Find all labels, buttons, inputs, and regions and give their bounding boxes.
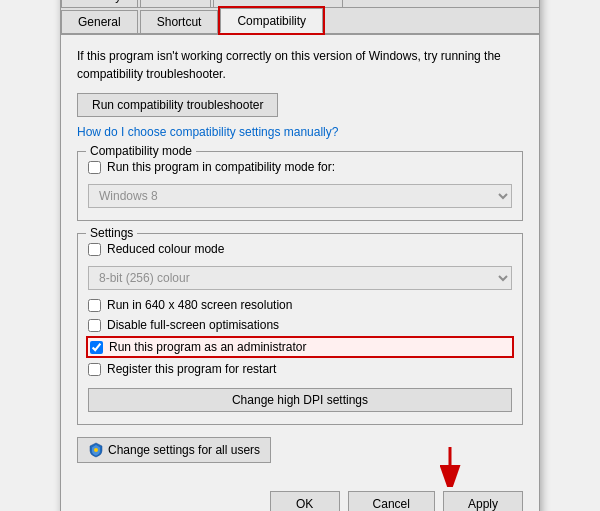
tab-content: If this program isn't working correctly … <box>61 35 539 483</box>
settings-section: Settings Reduced colour mode 8-bit (256)… <box>77 233 523 425</box>
settings-label: Settings <box>86 226 137 240</box>
compatibility-mode-section: Compatibility mode Run this program in c… <box>77 151 523 221</box>
apply-button[interactable]: Apply <box>443 491 523 511</box>
tab-previous-versions[interactable]: Previous Versions <box>213 0 343 7</box>
tab-details[interactable]: Details <box>140 0 211 7</box>
tab-general[interactable]: General <box>61 10 138 33</box>
reduced-colour-checkbox[interactable] <box>88 243 101 256</box>
run-as-admin-checkbox[interactable] <box>90 341 103 354</box>
dialog-window: Security Details Previous Versions Gener… <box>60 0 540 511</box>
register-restart-checkbox[interactable] <box>88 363 101 376</box>
tab-security[interactable]: Security <box>61 0 138 7</box>
svg-point-0 <box>94 448 98 452</box>
640x480-label: Run in 640 x 480 screen resolution <box>107 298 292 312</box>
colour-dropdown[interactable]: 8-bit (256) colour <box>88 266 512 290</box>
compatibility-os-dropdown[interactable]: Windows 8 <box>88 184 512 208</box>
compatibility-mode-text: Run this program in compatibility mode f… <box>107 160 335 174</box>
compatibility-mode-row: Run this program in compatibility mode f… <box>88 160 512 174</box>
640x480-checkbox[interactable] <box>88 299 101 312</box>
run-troubleshooter-button[interactable]: Run compatibility troubleshooter <box>77 93 278 117</box>
tab-row-bottom: General Shortcut Compatibility <box>61 8 539 35</box>
register-restart-row: Register this program for restart <box>88 362 512 376</box>
shield-icon <box>88 442 104 458</box>
compatibility-mode-label: Compatibility mode <box>86 144 196 158</box>
red-arrow-indicator <box>435 447 465 490</box>
cancel-button[interactable]: Cancel <box>348 491 435 511</box>
info-text: If this program isn't working correctly … <box>77 47 523 83</box>
register-restart-label: Register this program for restart <box>107 362 276 376</box>
reduced-colour-label: Reduced colour mode <box>107 242 224 256</box>
change-dpi-button[interactable]: Change high DPI settings <box>88 388 512 412</box>
disable-fullscreen-row: Disable full-screen optimisations <box>88 318 512 332</box>
tab-shortcut[interactable]: Shortcut <box>140 10 219 33</box>
tab-compatibility[interactable]: Compatibility <box>220 8 323 33</box>
all-users-btn-label: Change settings for all users <box>108 443 260 457</box>
footer-buttons: OK Cancel Apply <box>61 483 539 511</box>
tab-row-top: Security Details Previous Versions <box>61 0 539 8</box>
run-as-admin-label: Run this program as an administrator <box>109 340 306 354</box>
disable-fullscreen-checkbox[interactable] <box>88 319 101 332</box>
ok-button[interactable]: OK <box>270 491 340 511</box>
change-all-users-button[interactable]: Change settings for all users <box>77 437 271 463</box>
choose-settings-link[interactable]: How do I choose compatibility settings m… <box>77 125 523 139</box>
reduced-colour-row: Reduced colour mode <box>88 242 512 256</box>
disable-fullscreen-label: Disable full-screen optimisations <box>107 318 279 332</box>
compatibility-mode-checkbox[interactable] <box>88 161 101 174</box>
run-as-admin-row: Run this program as an administrator <box>88 338 512 356</box>
640x480-row: Run in 640 x 480 screen resolution <box>88 298 512 312</box>
